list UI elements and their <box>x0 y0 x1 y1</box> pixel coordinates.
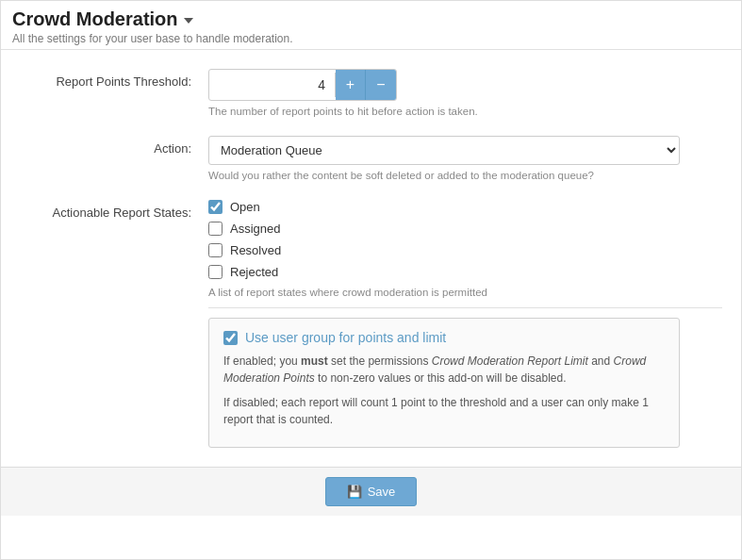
save-label: Save <box>368 485 396 499</box>
checkbox-group: Open Assigned Resolved Rejected <box>208 200 722 279</box>
use-group-desc1: If enabled; you must set the permissions… <box>223 353 665 387</box>
main-content: Report Points Threshold: 4 + − The numbe… <box>1 50 741 448</box>
action-hint: Would you rather the content be soft del… <box>208 170 722 181</box>
checkbox-rejected-input[interactable] <box>208 265 223 279</box>
checkbox-assigned[interactable]: Assigned <box>208 222 722 236</box>
use-group-title: Use user group for points and limit <box>245 330 446 345</box>
action-label: Action: <box>20 136 208 156</box>
number-input-group: 4 + − <box>208 69 397 101</box>
save-icon: 💾 <box>347 485 362 499</box>
page-wrapper: Crowd Moderation All the settings for yo… <box>0 0 742 560</box>
page-header: Crowd Moderation All the settings for yo… <box>1 1 741 50</box>
checkbox-rejected[interactable]: Rejected <box>208 265 722 279</box>
save-button[interactable]: 💾 Save <box>325 477 418 506</box>
actionable-states-row: Actionable Report States: Open Assigned … <box>20 200 722 448</box>
checkbox-resolved-input[interactable] <box>208 243 223 257</box>
action-control-area: Moderation Queue Soft Delete Would you r… <box>208 136 722 181</box>
report-points-control-area: 4 + − The number of report points to hit… <box>208 69 722 117</box>
page-title: Crowd Moderation <box>12 8 178 30</box>
actionable-states-label: Actionable Report States: <box>20 200 208 220</box>
divider <box>208 307 722 308</box>
number-display: 4 <box>209 73 336 97</box>
checkbox-rejected-label: Rejected <box>230 265 278 279</box>
checkbox-open-label: Open <box>230 200 260 214</box>
page-title-row: Crowd Moderation <box>12 8 730 30</box>
chevron-down-icon[interactable] <box>184 18 193 24</box>
use-group-section: Use user group for points and limit If e… <box>208 318 680 448</box>
action-row: Action: Moderation Queue Soft Delete Wou… <box>20 136 722 181</box>
states-hint: A list of report states where crowd mode… <box>208 287 722 298</box>
increment-button[interactable]: + <box>336 70 366 100</box>
page-subtitle: All the settings for your user base to h… <box>12 32 730 45</box>
must-text: must <box>301 354 328 368</box>
action-select[interactable]: Moderation Queue Soft Delete <box>208 136 680 165</box>
checkbox-open-input[interactable] <box>208 200 223 214</box>
checkbox-open[interactable]: Open <box>208 200 722 214</box>
use-group-checkbox[interactable] <box>223 331 238 345</box>
checkbox-assigned-label: Assigned <box>230 222 280 236</box>
footer-bar: 💾 Save <box>1 467 741 516</box>
report-limit-text: Crowd Moderation Report Limit <box>432 354 588 368</box>
checkbox-resolved[interactable]: Resolved <box>208 243 722 257</box>
use-group-title-row: Use user group for points and limit <box>223 330 665 345</box>
use-group-desc2: If disabled; each report will count 1 po… <box>223 394 665 428</box>
report-points-hint: The number of report points to hit befor… <box>208 106 722 117</box>
report-points-row: Report Points Threshold: 4 + − The numbe… <box>20 69 722 117</box>
decrement-button[interactable]: − <box>366 70 396 100</box>
actionable-states-control-area: Open Assigned Resolved Rejected <box>208 200 722 448</box>
checkbox-assigned-input[interactable] <box>208 222 223 236</box>
report-points-label: Report Points Threshold: <box>20 69 208 89</box>
checkbox-resolved-label: Resolved <box>230 243 281 257</box>
